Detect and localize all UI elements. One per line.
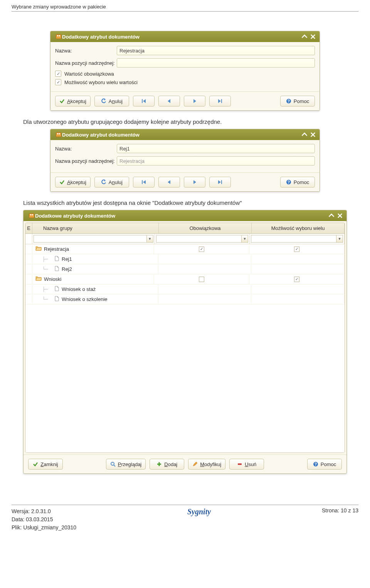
col-multi[interactable]: Możliwość wyboru wielu [252, 223, 345, 233]
multi-label: Możliwość wyboru wielu wartości [64, 79, 138, 85]
last-icon [217, 98, 223, 104]
first-icon [141, 179, 146, 185]
version-value: 2.0.31.0 [31, 508, 51, 514]
svg-rect-3 [142, 99, 143, 103]
tree-connector-icon: └─ [42, 267, 52, 272]
prev-button[interactable] [158, 177, 180, 188]
col-name[interactable]: Nazwa grupy [32, 223, 159, 233]
tree-connector-icon: ├─ [42, 287, 52, 292]
row-gutter [25, 245, 32, 254]
required-checkbox-row[interactable]: ✓ Wartość obowiązkowa [55, 71, 315, 77]
help-button[interactable]: ? Pomoc [280, 177, 315, 188]
app-icon [28, 213, 35, 219]
checkbox-checked-icon[interactable]: ✓ [294, 277, 299, 282]
folder-icon [35, 246, 42, 252]
filter-required-input[interactable] [156, 235, 241, 243]
svg-point-17 [111, 462, 114, 465]
cell-name: └─Wniosek o szkolenie [32, 294, 158, 304]
accept-button[interactable]: Akceptuj [55, 177, 91, 188]
dropdown-icon[interactable]: ▼ [336, 235, 343, 243]
svg-line-18 [114, 465, 115, 466]
svg-rect-14 [29, 213, 34, 218]
cell-required [154, 275, 249, 284]
table-row[interactable]: └─Wniosek o szkolenie [25, 294, 345, 304]
parent-input[interactable] [117, 58, 315, 68]
app-icon [55, 34, 62, 40]
name-input[interactable] [117, 46, 315, 55]
help-button[interactable]: ? Pomoc [280, 96, 315, 106]
checkbox-unchecked-icon[interactable] [199, 277, 204, 282]
attributes-grid: E Nazwa grupy Obowiązkowa Możliwość wybo… [25, 223, 345, 453]
page-value: 10 z 13 [341, 507, 358, 514]
help-label: Pomoc [294, 179, 309, 185]
svg-rect-4 [221, 99, 222, 103]
svg-rect-7 [56, 132, 61, 137]
close-icon[interactable] [309, 34, 316, 40]
accept-rest: kceptuj [71, 98, 86, 104]
version-label: Wersja: [12, 508, 30, 514]
first-button[interactable] [133, 96, 155, 106]
add-button[interactable]: Dodaj [150, 459, 184, 470]
row-label: Rejestracja [44, 246, 69, 252]
name-input[interactable] [117, 144, 315, 153]
prev-icon [166, 179, 172, 185]
table-row[interactable]: Rejestracja✓✓ [25, 244, 345, 254]
cell-name: Rejestracja [32, 244, 154, 254]
checkbox-checked-icon[interactable]: ✓ [199, 247, 204, 252]
svg-text:?: ? [288, 180, 290, 184]
prev-button[interactable] [158, 96, 180, 106]
cell-name: ├─Rej1 [32, 254, 158, 264]
help-button[interactable]: ? Pomoc [307, 459, 342, 470]
tree-connector-icon: ├─ [42, 257, 52, 262]
table-row[interactable]: └─Rej2 [25, 264, 345, 274]
multi-checkbox-row[interactable]: ✓ Możliwość wyboru wielu wartości [55, 79, 315, 85]
parent-input[interactable] [117, 156, 315, 166]
cancel-button[interactable]: Anuluj [94, 177, 129, 188]
table-row[interactable]: ├─Rej1 [25, 254, 345, 264]
page-label: Strona: [322, 507, 339, 514]
checkbox-checked-icon[interactable]: ✓ [294, 247, 299, 252]
undo-icon [101, 98, 106, 104]
accept-underline: A [67, 98, 71, 104]
col-expand[interactable]: E [25, 223, 32, 233]
cancel-rest: uluj [115, 98, 123, 104]
first-button[interactable] [133, 177, 155, 188]
collapse-icon[interactable] [301, 34, 308, 40]
browse-button[interactable]: Przeglądaj [106, 459, 146, 470]
collapse-icon[interactable] [328, 213, 335, 219]
table-row[interactable]: ├─Wniosek o staż [25, 284, 345, 294]
table-row[interactable]: Wnioski✓ [25, 274, 345, 284]
filter-multi-input[interactable] [251, 235, 336, 243]
svg-rect-11 [221, 180, 222, 184]
name-label: Nazwa: [55, 146, 117, 152]
folder-icon [35, 276, 42, 282]
collapse-icon[interactable] [301, 132, 308, 138]
row-label: Rej1 [62, 256, 72, 262]
body-text-1: Dla utworzonego atrybutu grupującego dod… [23, 118, 358, 125]
modify-button[interactable]: Modyfikuj [188, 459, 225, 470]
undo-icon [101, 179, 106, 185]
cancel-button[interactable]: Anuluj [94, 96, 129, 106]
next-button[interactable] [184, 177, 205, 188]
row-label: Wniosek o staż [62, 286, 96, 292]
cell-required [158, 285, 252, 294]
search-icon [110, 461, 116, 467]
accept-button[interactable]: Akceptuj [55, 96, 91, 106]
next-button[interactable] [184, 96, 205, 106]
last-button[interactable] [209, 177, 231, 188]
help-label: Pomoc [294, 98, 309, 104]
col-required[interactable]: Obowiązkowa [159, 223, 252, 233]
last-button[interactable] [209, 96, 231, 106]
close-button[interactable]: Zamknij [28, 459, 63, 470]
delete-button[interactable]: Usuń [229, 459, 264, 470]
close-icon[interactable] [309, 132, 316, 138]
close-icon[interactable] [336, 213, 343, 219]
cancel-underline: n [112, 98, 114, 104]
dropdown-icon[interactable]: ▼ [146, 235, 153, 243]
dropdown-icon[interactable]: ▼ [241, 235, 248, 243]
cell-multi [251, 295, 345, 304]
svg-point-1 [57, 35, 58, 36]
plus-icon [156, 461, 162, 467]
filter-name-input[interactable] [34, 235, 146, 243]
page-footer: Wersja: 2.0.31.0 Data: 03.03.2015 Plik: … [12, 505, 358, 532]
